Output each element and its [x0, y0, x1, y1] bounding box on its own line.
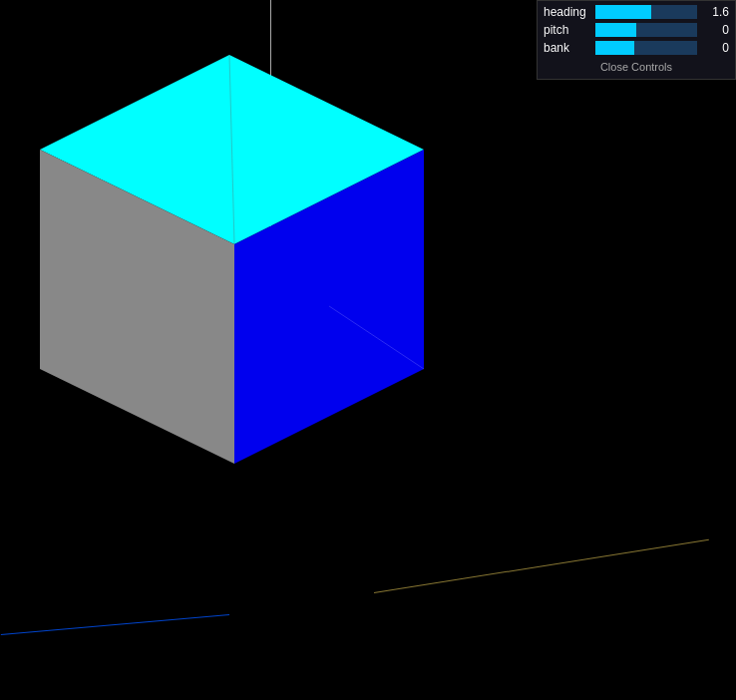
- x-axis-left-line: [1, 614, 229, 635]
- x-axis-right-line: [374, 539, 709, 593]
- controls-panel: heading 1.6 pitch 0 bank 0 Close Control…: [537, 0, 736, 80]
- bank-slider[interactable]: [595, 41, 697, 55]
- close-controls-button[interactable]: Close Controls: [544, 59, 729, 75]
- heading-value: 1.6: [701, 5, 729, 19]
- pitch-slider-fill: [595, 23, 636, 37]
- bank-control-row: bank 0: [544, 41, 729, 55]
- heading-slider-fill: [595, 5, 651, 19]
- 3d-scene: heading 1.6 pitch 0 bank 0 Close Control…: [0, 0, 736, 700]
- cube-3d: [35, 55, 454, 478]
- bank-label: bank: [544, 41, 591, 55]
- bank-value: 0: [701, 41, 729, 55]
- pitch-slider[interactable]: [595, 23, 697, 37]
- pitch-label: pitch: [544, 23, 591, 37]
- heading-label: heading: [544, 5, 591, 19]
- heading-slider[interactable]: [595, 5, 697, 19]
- bank-slider-fill: [595, 41, 634, 55]
- pitch-control-row: pitch 0: [544, 23, 729, 37]
- pitch-value: 0: [701, 23, 729, 37]
- heading-control-row: heading 1.6: [544, 5, 729, 19]
